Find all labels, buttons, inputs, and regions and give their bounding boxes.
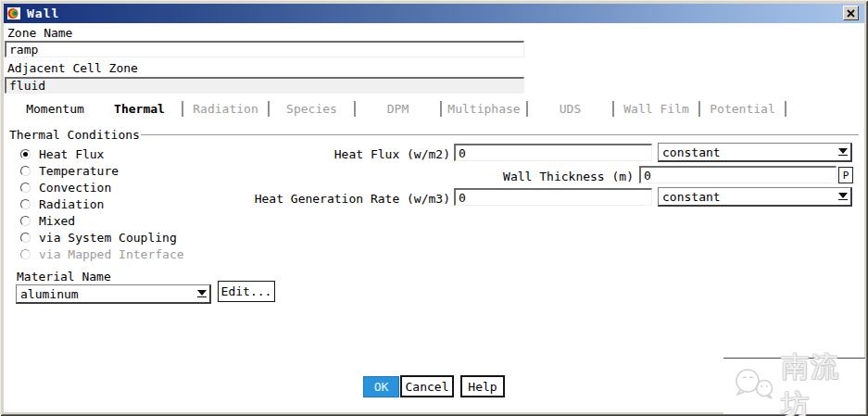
edit-material-button[interactable]: Edit... (218, 281, 275, 302)
caret-down-icon (836, 148, 850, 156)
cancel-button[interactable]: Cancel (400, 375, 454, 397)
radio-unselected-icon (20, 166, 31, 176)
chat-bubbles-icon (731, 366, 777, 408)
radio-temperature[interactable]: Temperature (20, 162, 119, 179)
group-divider (141, 134, 859, 136)
tab-wall-film: Wall Film (614, 102, 698, 116)
tab-bar: Momentum Thermal Radiation Species DPM M… (13, 99, 786, 118)
radio-disabled-icon (20, 249, 31, 259)
radio-label: Mixed (39, 214, 75, 228)
dropdown-value: constant (659, 145, 836, 159)
radio-selected-icon (20, 149, 31, 159)
radio-unselected-icon (20, 216, 31, 226)
heat-flux-input[interactable] (454, 144, 652, 161)
tab-momentum[interactable]: Momentum (13, 102, 97, 116)
zone-name-input[interactable] (5, 41, 524, 57)
radio-convection[interactable]: Convection (20, 179, 111, 195)
radio-heat-flux[interactable]: Heat Flux (20, 145, 104, 162)
wall-boundary-dialog: Wall Zone Name Adjacent Cell Zone Moment… (0, 0, 868, 416)
radio-unselected-icon (20, 183, 31, 193)
titlebar: Wall (4, 4, 864, 23)
thermal-conditions-group-label: Thermal Conditions (9, 128, 140, 142)
radio-label: via System Coupling (39, 231, 177, 245)
radio-label: Radiation (39, 197, 104, 211)
heat-flux-label: Heat Flux (w/m2) (334, 147, 450, 161)
tab-species: Species (270, 102, 354, 116)
radio-mixed[interactable]: Mixed (20, 212, 75, 229)
dropdown-value: aluminum (17, 287, 195, 301)
tab-dpm: DPM (356, 102, 440, 116)
adjacent-cell-zone-field (5, 77, 524, 94)
heat-flux-profile-dropdown[interactable]: constant (658, 143, 852, 162)
radio-label: Temperature (39, 164, 119, 178)
close-button[interactable] (843, 6, 859, 20)
tab-separator (785, 101, 786, 117)
help-button[interactable]: Help (460, 375, 505, 397)
radio-unselected-icon (20, 233, 31, 243)
radio-label: Heat Flux (39, 147, 104, 161)
heat-generation-rate-label: Heat Generation Rate (w/m3) (255, 192, 450, 206)
radio-via-mapped-interface: via Mapped Interface (20, 246, 184, 262)
adjacent-cell-zone-label: Adjacent Cell Zone (7, 61, 138, 75)
material-name-label: Material Name (17, 270, 111, 284)
radio-label: Convection (39, 181, 111, 195)
tab-multiphase: Multiphase (442, 102, 526, 116)
fluent-logo-icon (6, 6, 21, 21)
ok-button[interactable]: OK (363, 376, 399, 397)
tab-thermal[interactable]: Thermal (97, 102, 182, 116)
window-title: Wall (27, 6, 59, 20)
radio-via-system-coupling[interactable]: via System Coupling (20, 229, 177, 246)
watermark: 南流坊 (723, 358, 865, 414)
caret-down-icon (195, 290, 209, 297)
zone-name-label: Zone Name (7, 26, 72, 40)
watermark-text: 南流坊 (781, 348, 865, 416)
close-x-icon (847, 6, 855, 20)
heat-generation-rate-input[interactable] (454, 188, 652, 206)
tab-potential: Potential (700, 102, 785, 116)
wall-thickness-label: Wall Thickness (m) (503, 170, 634, 183)
wall-thickness-profile-button[interactable]: P (838, 167, 853, 183)
dropdown-value: constant (659, 190, 836, 204)
radio-unselected-icon (20, 199, 31, 209)
heat-generation-profile-dropdown[interactable]: constant (658, 187, 852, 207)
material-name-dropdown[interactable]: aluminum (16, 284, 211, 304)
caret-down-icon (836, 193, 850, 200)
tab-radiation: Radiation (183, 102, 268, 116)
radio-radiation[interactable]: Radiation (20, 195, 104, 212)
radio-label: via Mapped Interface (39, 247, 184, 261)
tab-uds: UDS (528, 102, 612, 116)
wall-thickness-input[interactable] (639, 166, 837, 183)
